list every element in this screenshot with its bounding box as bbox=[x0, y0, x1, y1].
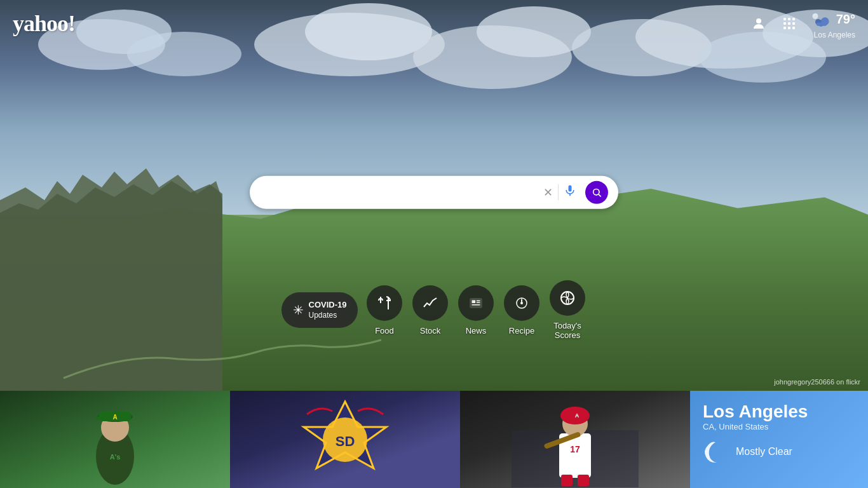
search-bar: ✕ bbox=[250, 175, 618, 208]
covid-icon: ✳ bbox=[293, 302, 304, 318]
food-icon bbox=[377, 295, 392, 311]
athlete-figure-1: A A's bbox=[58, 399, 172, 488]
svg-rect-6 bbox=[783, 22, 786, 25]
apps-grid-icon[interactable] bbox=[779, 13, 799, 34]
svg-rect-10 bbox=[788, 27, 790, 29]
stock-circle bbox=[412, 285, 448, 321]
quick-link-food[interactable]: Food bbox=[365, 285, 403, 336]
quick-link-scores[interactable]: Today's Scores bbox=[548, 280, 587, 340]
svg-rect-3 bbox=[783, 18, 786, 20]
news-card-angels[interactable]: A 17 bbox=[460, 391, 690, 488]
svg-text:17: 17 bbox=[570, 444, 580, 454]
svg-line-20 bbox=[599, 194, 601, 196]
stock-label: Stock bbox=[420, 326, 441, 336]
microphone-icon[interactable] bbox=[558, 184, 581, 200]
svg-rect-45 bbox=[562, 416, 571, 421]
search-container: ✕ bbox=[250, 175, 618, 208]
weather-card-region: CA, United States bbox=[703, 422, 855, 431]
stock-icon bbox=[423, 295, 438, 311]
weather-card-details: Mostly Clear bbox=[703, 439, 855, 464]
svg-text:A's: A's bbox=[110, 453, 121, 461]
search-button[interactable] bbox=[585, 180, 608, 203]
scores-circle bbox=[550, 280, 585, 316]
search-input[interactable] bbox=[260, 184, 538, 200]
svg-rect-11 bbox=[792, 27, 795, 29]
covid-text: COVID-19 Updates bbox=[309, 300, 347, 320]
food-label: Food bbox=[375, 326, 394, 336]
svg-rect-4 bbox=[788, 18, 790, 20]
scores-label: Today's Scores bbox=[553, 321, 581, 340]
header: yahoo! bbox=[0, 0, 868, 47]
weather-widget[interactable]: 79° Los Angeles bbox=[810, 8, 855, 39]
weather-card-icon bbox=[703, 439, 728, 464]
svg-rect-7 bbox=[788, 22, 790, 25]
news-card-athletics[interactable]: A A's bbox=[0, 391, 230, 488]
bottom-section: A A's SD bbox=[0, 391, 868, 488]
quick-link-stock[interactable]: Stock bbox=[411, 285, 449, 336]
svg-text:A: A bbox=[112, 414, 117, 421]
yahoo-logo[interactable]: yahoo! bbox=[13, 10, 75, 37]
hero-section: yahoo! bbox=[0, 0, 868, 391]
svg-point-2 bbox=[756, 18, 761, 24]
food-circle bbox=[367, 285, 402, 321]
svg-text:A: A bbox=[575, 412, 580, 419]
padres-logo-container: SD bbox=[230, 391, 460, 488]
recipe-icon bbox=[514, 295, 529, 311]
quick-link-covid[interactable]: ✳ COVID-19 Updates bbox=[281, 292, 358, 328]
recipe-circle bbox=[504, 285, 539, 321]
svg-rect-8 bbox=[792, 22, 795, 25]
weather-location: Los Angeles bbox=[814, 30, 855, 39]
header-right: 79° Los Angeles bbox=[749, 8, 855, 39]
weather-card-city: Los Angeles bbox=[703, 402, 855, 422]
news-card-padres[interactable]: SD bbox=[230, 391, 460, 488]
svg-text:SD: SD bbox=[336, 433, 355, 449]
weather-card-condition: Mostly Clear bbox=[736, 446, 792, 458]
weather-card[interactable]: Los Angeles CA, United States Mostly Cle… bbox=[690, 391, 868, 488]
clear-search-icon[interactable]: ✕ bbox=[538, 185, 558, 199]
covid-title: COVID-19 bbox=[309, 300, 347, 311]
quick-links-bar: ✳ COVID-19 Updates Food bbox=[281, 280, 587, 340]
weather-cloud-moon-icon bbox=[810, 8, 832, 30]
news-icon bbox=[469, 296, 483, 310]
news-circle bbox=[458, 285, 494, 321]
news-label: News bbox=[466, 326, 487, 336]
basketball-icon bbox=[560, 290, 575, 306]
svg-rect-23 bbox=[470, 298, 482, 308]
svg-rect-5 bbox=[792, 18, 795, 20]
recipe-label: Recipe bbox=[509, 326, 534, 336]
svg-rect-17 bbox=[569, 185, 572, 191]
weather-top: 79° bbox=[810, 8, 855, 30]
svg-rect-15 bbox=[817, 22, 827, 25]
svg-point-29 bbox=[520, 302, 523, 304]
svg-rect-50 bbox=[578, 475, 589, 486]
covid-subtitle: Updates bbox=[309, 311, 347, 321]
quick-link-news[interactable]: News bbox=[457, 285, 495, 336]
angels-player-container: A 17 bbox=[460, 391, 690, 488]
weather-temperature: 79° bbox=[836, 12, 855, 27]
svg-rect-35 bbox=[96, 417, 104, 419]
user-icon[interactable] bbox=[749, 13, 769, 34]
svg-point-19 bbox=[593, 189, 599, 194]
photo-credit: johngregory250666 on flickr bbox=[774, 378, 860, 386]
covid-circle: ✳ COVID-19 Updates bbox=[281, 292, 358, 328]
svg-rect-24 bbox=[472, 300, 476, 303]
svg-rect-49 bbox=[561, 475, 573, 486]
svg-rect-9 bbox=[783, 27, 786, 29]
quick-link-recipe[interactable]: Recipe bbox=[503, 285, 541, 336]
